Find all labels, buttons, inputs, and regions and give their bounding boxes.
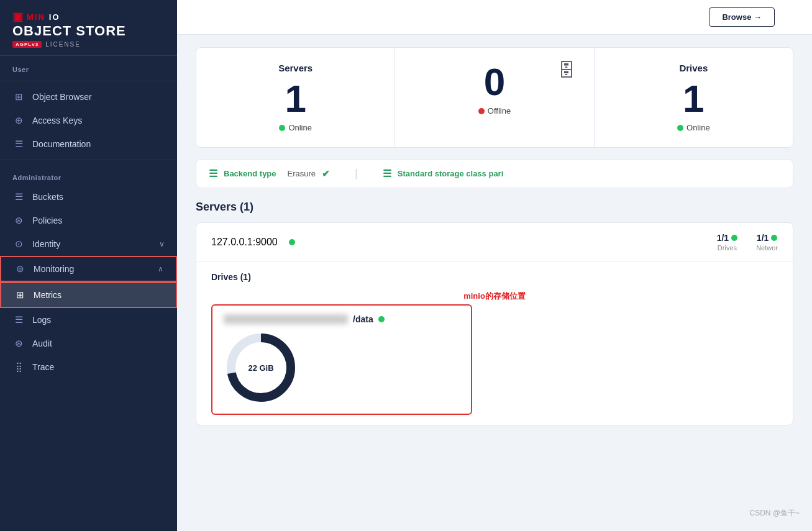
drive-info: /data 22 GiB [224, 314, 460, 405]
offline-label: Offline [488, 106, 511, 116]
sidebar-label-metrics: Metrics [34, 290, 163, 300]
sidebar-item-buckets[interactable]: ☰ Buckets [0, 185, 177, 209]
drives-value: 1 [683, 79, 704, 118]
sidebar-label-identity: Identity [32, 239, 152, 249]
sidebar-label-buckets: Buckets [32, 192, 165, 202]
donut-chart: 22 GiB [224, 330, 298, 405]
donut-chart-area: 22 GiB [224, 330, 460, 405]
info-separator: | [355, 167, 358, 180]
sidebar: ▣ MINIO OBJECT STORE AGPLv3 LICENSE User… [0, 0, 177, 531]
drives-title: Drives [679, 63, 708, 73]
metrics-icon: ⊞ [14, 289, 26, 301]
info-bar: ☰ Backend type Erasure ✔ | ☰ Standard st… [196, 159, 793, 188]
divider-user [0, 81, 177, 81]
sidebar-label-audit: Audit [32, 338, 165, 348]
drive-path-suffix: /data [353, 314, 373, 324]
sidebar-item-trace[interactable]: ⣿ Trace [0, 355, 177, 379]
drives-stat-value: 1/1 [717, 233, 737, 243]
drives-stat-card: Drives 1 Online [595, 48, 793, 147]
network-stat-value: 1/1 [757, 233, 777, 243]
offline-stat-card: 🗄 0 Offline [395, 48, 594, 147]
server-header: 127.0.0.1:9000 1/1 Drives 1/1 [196, 223, 793, 262]
logo-license: AGPLv3 LICENSE [12, 41, 165, 48]
drives-stat-label: Drives [718, 244, 737, 252]
documentation-icon: ☰ [12, 138, 25, 150]
minio-icon: ▣ [12, 10, 23, 24]
sidebar-label-trace: Trace [32, 362, 165, 372]
backend-type-item: ☰ Backend type Erasure ✔ [209, 168, 330, 179]
drives-online-dot [677, 125, 683, 131]
object-browser-icon: ⊞ [12, 91, 25, 102]
sidebar-item-object-browser[interactable]: ⊞ Object Browser [0, 85, 177, 109]
drive-path: /data [224, 314, 460, 324]
online-dot [279, 125, 285, 131]
top-bar: Browse → [177, 0, 812, 35]
drive-path-blurred [224, 314, 348, 324]
minio-annotation: minio的存储位置 [211, 291, 778, 302]
drive-item: /data 22 GiB [211, 304, 472, 415]
servers-stat-card: Servers 1 Online [196, 48, 395, 147]
servers-title: Servers [278, 63, 312, 73]
server-stats: 1/1 Drives 1/1 Networ [717, 233, 778, 252]
drives-dot [731, 235, 737, 241]
sidebar-label-monitoring: Monitoring [34, 264, 150, 274]
agpl-badge: AGPLv3 [12, 41, 42, 48]
servers-online-label: Online [288, 123, 312, 132]
sidebar-item-audit[interactable]: ⊛ Audit [0, 332, 177, 355]
donut-label: 22 GiB [248, 363, 273, 373]
servers-online-status: Online [279, 123, 312, 132]
storage-class-item: ☰ Standard storage class pari [383, 168, 504, 179]
buckets-icon: ☰ [12, 191, 25, 202]
monitoring-icon: ⊚ [14, 263, 26, 275]
logo-io: IO [49, 12, 60, 22]
check-icon: ✔ [322, 168, 330, 179]
storage-class-label: Standard storage class pari [398, 169, 504, 178]
network-dot [771, 235, 777, 241]
main-content: Browse → Servers 1 Online 🗄 0 Offline [177, 0, 812, 531]
user-section-label: User [0, 56, 177, 77]
drive-status-dot [378, 316, 385, 322]
drives-section: Drives (1) minio的存储位置 /data [196, 262, 793, 425]
stats-row: Servers 1 Online 🗄 0 Offline Drives 1 [196, 47, 793, 148]
logo-area: ▣ MINIO OBJECT STORE AGPLv3 LICENSE [0, 0, 177, 56]
sidebar-item-policies[interactable]: ⊛ Policies [0, 209, 177, 232]
storage-icon: ☰ [383, 168, 391, 179]
server-db-icon: 🗄 [558, 60, 575, 81]
sidebar-label-policies: Policies [32, 216, 165, 225]
logs-icon: ☰ [12, 314, 25, 325]
identity-icon: ⊙ [12, 238, 25, 250]
sidebar-label-access-keys: Access Keys [32, 116, 165, 125]
logo-minio: ▣ MINIO [12, 10, 165, 24]
content-area: Servers 1 Online 🗄 0 Offline Drives 1 [177, 35, 812, 438]
sidebar-label-documentation: Documentation [32, 139, 165, 149]
logo-object-store: OBJECT STORE [12, 24, 165, 39]
sidebar-item-access-keys[interactable]: ⊕ Access Keys [0, 109, 177, 132]
audit-icon: ⊛ [12, 338, 25, 349]
network-stat-label: Networ [756, 244, 778, 252]
access-keys-icon: ⊕ [12, 115, 25, 126]
sidebar-item-documentation[interactable]: ☰ Documentation [0, 132, 177, 156]
server-status-dot [289, 239, 295, 245]
network-stat: 1/1 Networ [756, 233, 778, 252]
trace-icon: ⣿ [12, 361, 25, 373]
sidebar-item-monitoring[interactable]: ⊚ Monitoring ∧ [0, 256, 177, 282]
browse-button[interactable]: Browse → [709, 7, 775, 27]
logo-text: MIN [27, 12, 45, 22]
policies-icon: ⊛ [12, 215, 25, 226]
servers-value: 1 [285, 79, 306, 118]
drives-stat: 1/1 Drives [717, 233, 737, 252]
backend-icon: ☰ [209, 168, 217, 179]
servers-section-title: Servers (1) [196, 201, 793, 214]
drives-online-label: Online [687, 123, 710, 132]
offline-dot [478, 108, 485, 114]
backend-type-label: Backend type [224, 169, 276, 178]
sidebar-item-identity[interactable]: ⊙ Identity ∨ [0, 232, 177, 256]
drives-section-title: Drives (1) [211, 272, 778, 282]
sidebar-item-logs[interactable]: ☰ Logs [0, 308, 177, 332]
backend-type-value: Erasure [288, 169, 316, 178]
server-address: 127.0.0.1:9000 [211, 237, 278, 248]
server-card: 127.0.0.1:9000 1/1 Drives 1/1 [196, 222, 793, 425]
sidebar-item-metrics[interactable]: ⊞ Metrics [0, 282, 177, 308]
divider-admin [0, 160, 177, 160]
offline-value: 0 [484, 63, 505, 101]
